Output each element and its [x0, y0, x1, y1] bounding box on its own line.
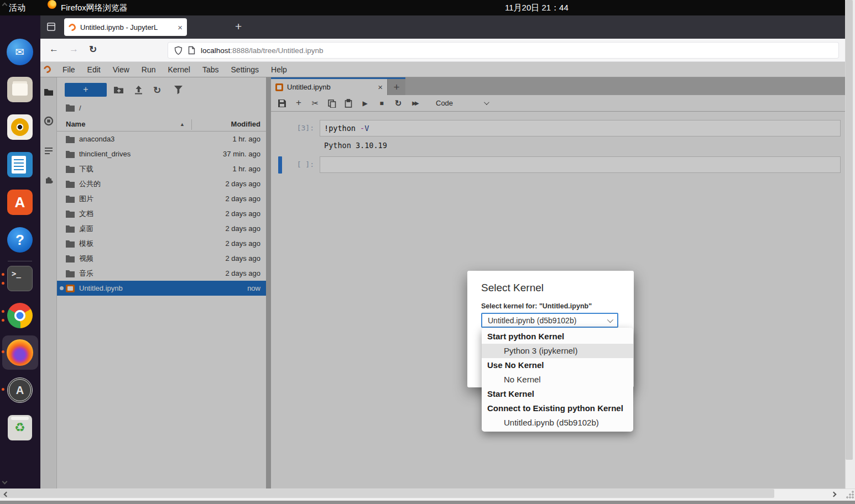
url-bar[interactable]: localhost:8888/lab/tree/Untitled.ipynb	[168, 42, 839, 59]
kernel-dropdown-menu: Start python KernelPython 3 (ipykernel)U…	[482, 328, 633, 432]
firefox-icon	[7, 339, 33, 366]
cut-cells-icon[interactable]: ✂	[311, 99, 320, 108]
kernel-option[interactable]: Connect to Existing python Kernel	[482, 401, 633, 416]
dock-item-help[interactable]: ?	[7, 227, 33, 253]
file-list-item[interactable]: 模板 2 days ago	[57, 236, 266, 251]
add-notebook-tab-button[interactable]: +	[387, 79, 405, 95]
thunderbird-icon: ✉	[7, 39, 33, 65]
dock-item-trash[interactable]: ♻	[7, 414, 33, 441]
copy-cells-icon[interactable]	[327, 99, 336, 108]
menu-item[interactable]: Run	[135, 65, 162, 74]
file-list-item[interactable]: 文档 2 days ago	[57, 206, 266, 221]
menu-item[interactable]: Settings	[225, 65, 265, 74]
browser-tab[interactable]: Untitled.ipynb - JupyterL ×	[64, 18, 187, 36]
rhythmbox-icon	[7, 114, 33, 140]
cell-type-select[interactable]: Code	[436, 99, 453, 107]
column-header-modified[interactable]: Modified	[231, 120, 260, 128]
kernel-option[interactable]: No Kernel	[482, 372, 633, 387]
cell-prompt: [ ]:	[271, 160, 314, 169]
file-list-item[interactable]: anaconda3 1 hr. ago	[57, 132, 266, 146]
viewer-horizontal-scrollbar[interactable]	[0, 489, 855, 501]
restart-kernel-icon[interactable]: ↻	[394, 99, 403, 108]
filter-icon[interactable]	[173, 85, 184, 95]
kernel-option[interactable]: Use No Kernel	[482, 358, 633, 372]
menu-item[interactable]: Edit	[81, 65, 107, 74]
new-tab-button[interactable]: +	[235, 19, 242, 34]
new-launcher-button[interactable]: +	[65, 83, 107, 97]
horizontal-scrollbar-thumb[interactable]	[0, 489, 774, 498]
refresh-icon[interactable]: ↻	[153, 85, 164, 95]
insert-cell-icon[interactable]: +	[294, 99, 303, 108]
menu-item[interactable]: View	[107, 65, 135, 74]
menu-item[interactable]: Kernel	[161, 65, 196, 74]
cell-input[interactable]: !python -V	[320, 120, 841, 136]
column-header-name[interactable]: Name	[66, 120, 85, 128]
dock-item-rhythmbox[interactable]	[7, 114, 33, 140]
tab-close-icon[interactable]: ×	[178, 23, 183, 32]
dock-item-terminal[interactable]: >_	[7, 265, 33, 292]
kernel-option[interactable]: Untitled.ipynb (d5b9102b)	[482, 416, 633, 430]
forward-button[interactable]: →	[69, 44, 79, 55]
running-dot	[2, 350, 4, 353]
dock-item-files[interactable]	[7, 76, 33, 103]
file-list-item[interactable]: thinclient_drives 37 min. ago	[57, 146, 266, 161]
menu-item[interactable]: Help	[265, 65, 293, 74]
dock-item-ubuntu-software[interactable]: A	[7, 189, 33, 216]
shield-icon[interactable]	[174, 46, 183, 55]
cell-input[interactable]	[320, 156, 841, 173]
menu-item[interactable]: Tabs	[196, 65, 225, 74]
file-modified: now	[247, 284, 260, 292]
restart-and-run-all-icon[interactable]: ▶▶	[410, 99, 419, 108]
file-list-item[interactable]: 音乐 2 days ago	[57, 266, 266, 281]
dock-item-chrome[interactable]	[7, 302, 33, 329]
paste-cells-icon[interactable]	[344, 99, 353, 108]
notebook-tab-close-icon[interactable]: ×	[378, 82, 383, 92]
file-browser-tab-icon[interactable]	[44, 87, 54, 97]
back-button[interactable]: ←	[49, 44, 59, 55]
dock-item-firefox[interactable]	[7, 339, 33, 366]
running-dot	[2, 388, 4, 391]
extension-manager-tab-icon[interactable]	[44, 175, 54, 185]
resize-grip-icon[interactable]	[846, 491, 854, 498]
panel-resize-handle[interactable]	[266, 77, 271, 489]
vertical-scrollbar-thumb[interactable]	[846, 0, 853, 460]
reload-button[interactable]: ↻	[89, 44, 97, 55]
run-cell-icon[interactable]: ▶	[361, 99, 369, 108]
firefox-view-icon[interactable]	[46, 22, 56, 32]
breadcrumb-folder-icon[interactable]	[66, 104, 75, 112]
column-separator[interactable]	[191, 119, 192, 130]
stop-kernel-icon[interactable]: ■	[377, 99, 386, 108]
running-dot	[2, 282, 4, 285]
kernel-select[interactable]: Untitled.ipynb (d5b9102b)	[481, 313, 618, 328]
file-list-item[interactable]: Untitled.ipynb now	[57, 281, 266, 296]
system-clock[interactable]: 11月20日 21：44	[505, 0, 569, 15]
menu-item[interactable]: File	[56, 65, 81, 74]
file-name: anaconda3	[79, 135, 232, 143]
upload-icon[interactable]	[133, 85, 144, 95]
kernel-option[interactable]: Start python Kernel	[482, 329, 633, 344]
dock-item-thunderbird[interactable]: ✉	[7, 39, 33, 65]
file-list-item[interactable]: 公共的 2 days ago	[57, 176, 266, 191]
breadcrumb-root[interactable]: /	[79, 104, 81, 112]
new-folder-icon[interactable]	[113, 85, 124, 95]
screen: 活动 Firefox网络浏览器 11月20日 21：44 ✉ A ? >_ A …	[0, 0, 855, 504]
activities-button[interactable]: 活动	[9, 0, 25, 15]
running-kernels-tab-icon[interactable]	[44, 116, 54, 126]
kernel-option[interactable]: Start Kernel	[482, 387, 633, 401]
dock-item-anaconda-navigator[interactable]: A	[7, 377, 33, 403]
notebook-tab[interactable]: Untitled.ipynb ×	[271, 79, 387, 95]
page-icon[interactable]	[188, 46, 195, 55]
sort-ascending-icon[interactable]: ▲	[180, 122, 185, 127]
folder-icon	[66, 180, 75, 188]
save-icon[interactable]	[278, 99, 286, 108]
focused-app-title[interactable]: Firefox网络浏览器	[61, 0, 128, 15]
file-list-item[interactable]: 下载 1 hr. ago	[57, 161, 266, 176]
table-of-contents-tab-icon[interactable]	[44, 146, 54, 156]
file-list-item[interactable]: 视频 2 days ago	[57, 251, 266, 266]
file-list-header: Name ▲ Modified	[57, 118, 266, 132]
viewer-vertical-scrollbar[interactable]	[845, 0, 855, 489]
file-list-item[interactable]: 图片 2 days ago	[57, 191, 266, 206]
dock-item-libreoffice-writer[interactable]	[7, 151, 33, 178]
file-list-item[interactable]: 桌面 2 days ago	[57, 221, 266, 236]
kernel-option[interactable]: Python 3 (ipykernel)	[482, 344, 633, 358]
